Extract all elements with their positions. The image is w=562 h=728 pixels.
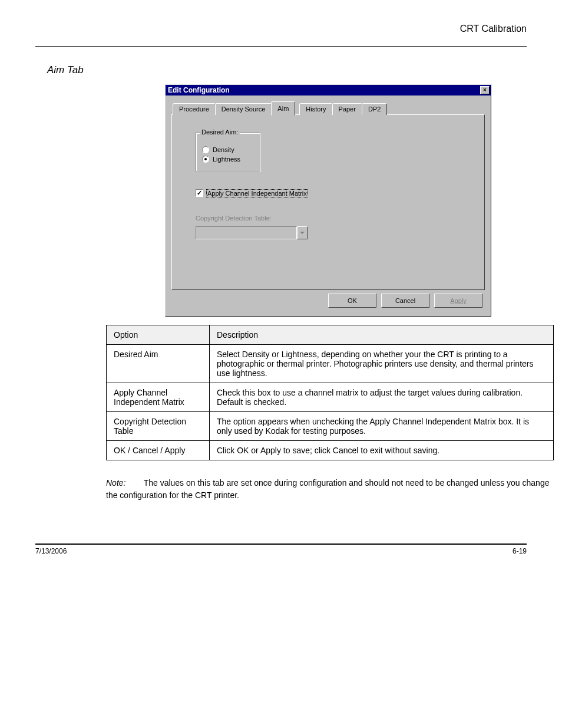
options-table: Option Description Desired Aim Select De… — [106, 325, 554, 460]
dialog-button-row: OK Cancel Apply — [171, 290, 485, 310]
header-right: CRT Calibration — [35, 24, 527, 34]
note-label: Note: — [106, 477, 141, 489]
table-row: Desired Aim Select Density or Lightness,… — [107, 345, 554, 383]
radio-lightness[interactable]: Lightness — [202, 156, 254, 163]
cell-desc: Select Density or Lightness, depending o… — [210, 345, 554, 383]
cell-option: Desired Aim — [107, 345, 210, 383]
desired-aim-legend: Desired Aim: — [200, 129, 240, 136]
combo-field — [196, 226, 297, 239]
table-row: OK / Cancel / Apply Click OK or Apply to… — [107, 441, 554, 460]
tab-dp2[interactable]: DP2 — [362, 103, 387, 115]
radio-density[interactable]: Density — [202, 146, 254, 153]
tab-history[interactable]: History — [299, 103, 332, 115]
tab-paper[interactable]: Paper — [332, 103, 362, 115]
combo-dropdown-button — [297, 226, 308, 239]
edit-configuration-dialog: Edit Configuration × Procedure Density S… — [165, 84, 491, 317]
th-option: Option — [107, 325, 210, 345]
cell-desc: The option appears when unchecking the A… — [210, 412, 554, 441]
copyright-detection-combo — [196, 226, 308, 239]
footer: 7/13/2006 6-19 — [35, 543, 527, 555]
section-heading: Aim Tab — [47, 64, 527, 76]
titlebar: Edit Configuration × — [166, 85, 491, 95]
radio-lightness-indicator — [202, 156, 209, 163]
checkbox-indicator: ✓ — [196, 189, 203, 197]
tab-panel-aim: Desired Aim: Density Lightness ✓ — [171, 114, 485, 290]
th-description: Description — [210, 325, 554, 345]
note: Note: The values on this tab are set onc… — [106, 477, 554, 502]
chevron-down-icon — [300, 232, 305, 234]
apply-button: Apply — [434, 294, 482, 308]
cell-desc: Check this box to use a channel matrix t… — [210, 383, 554, 412]
table-row: Apply Channel Independent Matrix Check t… — [107, 383, 554, 412]
apply-cim-checkbox[interactable]: ✓ Apply Channel Independant Matrix — [196, 189, 472, 197]
close-icon: × — [483, 87, 487, 93]
radio-density-indicator — [202, 146, 209, 153]
footer-date: 7/13/2006 — [35, 547, 67, 555]
tab-aim[interactable]: Aim — [271, 101, 295, 116]
ok-button[interactable]: OK — [328, 294, 376, 308]
tab-procedure[interactable]: Procedure — [173, 103, 216, 115]
cell-option: Apply Channel Independent Matrix — [107, 383, 210, 412]
cell-option: OK / Cancel / Apply — [107, 441, 210, 460]
copyright-detection-label: Copyright Detection Table: — [196, 215, 472, 222]
close-button[interactable]: × — [480, 86, 490, 94]
desired-aim-group: Desired Aim: Density Lightness — [196, 133, 260, 172]
note-text: The values on this tab are set once duri… — [106, 478, 549, 500]
top-rule — [35, 46, 527, 47]
radio-density-label: Density — [213, 146, 234, 153]
apply-cim-label: Apply Channel Independant Matrix — [207, 190, 308, 197]
footer-page: 6-19 — [513, 547, 527, 555]
cancel-button[interactable]: Cancel — [381, 294, 429, 308]
tab-density-source[interactable]: Density Source — [215, 103, 272, 115]
tab-strip: Procedure Density Source Aim History Pap… — [173, 101, 485, 115]
radio-lightness-label: Lightness — [213, 156, 240, 163]
cell-option: Copyright Detection Table — [107, 412, 210, 441]
cell-desc: Click OK or Apply to save; click Cancel … — [210, 441, 554, 460]
dialog-title: Edit Configuration — [168, 86, 230, 94]
table-row: Copyright Detection Table The option app… — [107, 412, 554, 441]
